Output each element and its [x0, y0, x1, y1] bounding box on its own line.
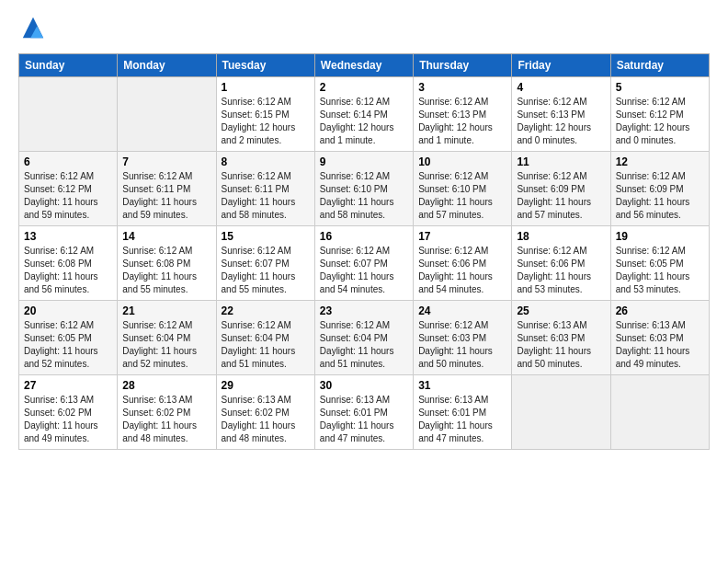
calendar-cell: 30Sunrise: 6:13 AM Sunset: 6:01 PM Dayli…: [314, 375, 413, 450]
day-number: 19: [616, 230, 704, 243]
day-info: Sunrise: 6:12 AM Sunset: 6:12 PM Dayligh…: [24, 170, 112, 222]
calendar-cell: 28Sunrise: 6:13 AM Sunset: 6:02 PM Dayli…: [118, 375, 216, 450]
day-number: 10: [418, 155, 506, 168]
calendar-cell: 26Sunrise: 6:13 AM Sunset: 6:03 PM Dayli…: [610, 301, 709, 375]
day-number: 27: [24, 379, 112, 392]
calendar-cell: 9Sunrise: 6:12 AM Sunset: 6:10 PM Daylig…: [314, 152, 413, 226]
calendar-cell: 22Sunrise: 6:12 AM Sunset: 6:04 PM Dayli…: [216, 301, 314, 375]
day-info: Sunrise: 6:12 AM Sunset: 6:08 PM Dayligh…: [122, 245, 210, 296]
calendar-cell: 21Sunrise: 6:12 AM Sunset: 6:04 PM Dayli…: [118, 301, 216, 375]
calendar-cell: 27Sunrise: 6:13 AM Sunset: 6:02 PM Dayli…: [19, 375, 118, 450]
day-number: 4: [517, 81, 605, 94]
day-number: 28: [122, 379, 210, 392]
calendar-cell: 16Sunrise: 6:12 AM Sunset: 6:07 PM Dayli…: [314, 226, 413, 301]
day-info: Sunrise: 6:13 AM Sunset: 6:01 PM Dayligh…: [418, 394, 506, 445]
day-number: 8: [222, 155, 310, 168]
day-number: 15: [222, 230, 310, 243]
day-number: 26: [616, 304, 704, 317]
calendar-cell: 2Sunrise: 6:12 AM Sunset: 6:14 PM Daylig…: [314, 77, 413, 152]
day-info: Sunrise: 6:13 AM Sunset: 6:02 PM Dayligh…: [24, 394, 112, 445]
calendar-cell: 14Sunrise: 6:12 AM Sunset: 6:08 PM Dayli…: [118, 226, 216, 301]
calendar-cell: 10Sunrise: 6:12 AM Sunset: 6:10 PM Dayli…: [414, 152, 512, 226]
calendar-cell: 5Sunrise: 6:12 AM Sunset: 6:12 PM Daylig…: [610, 77, 709, 152]
day-number: 5: [616, 81, 704, 94]
day-number: 24: [418, 304, 506, 317]
day-number: 13: [24, 230, 112, 243]
calendar-week-row: 6Sunrise: 6:12 AM Sunset: 6:12 PM Daylig…: [19, 152, 710, 226]
day-number: 29: [222, 379, 310, 392]
day-info: Sunrise: 6:12 AM Sunset: 6:05 PM Dayligh…: [24, 319, 112, 371]
day-info: Sunrise: 6:13 AM Sunset: 6:03 PM Dayligh…: [616, 319, 704, 371]
day-number: 2: [320, 81, 408, 94]
col-wednesday: Wednesday: [314, 54, 413, 77]
calendar-cell: [512, 375, 610, 450]
day-number: 20: [24, 304, 112, 317]
calendar-cell: 4Sunrise: 6:12 AM Sunset: 6:13 PM Daylig…: [512, 77, 610, 152]
calendar-week-row: 13Sunrise: 6:12 AM Sunset: 6:08 PM Dayli…: [19, 226, 710, 301]
day-info: Sunrise: 6:12 AM Sunset: 6:14 PM Dayligh…: [320, 96, 408, 147]
day-number: 3: [418, 81, 506, 94]
calendar-cell: 23Sunrise: 6:12 AM Sunset: 6:04 PM Dayli…: [314, 301, 413, 375]
col-monday: Monday: [118, 54, 216, 77]
day-number: 14: [122, 230, 210, 243]
col-saturday: Saturday: [610, 54, 709, 77]
calendar-cell: 29Sunrise: 6:13 AM Sunset: 6:02 PM Dayli…: [216, 375, 314, 450]
calendar-cell: 19Sunrise: 6:12 AM Sunset: 6:05 PM Dayli…: [610, 226, 709, 301]
day-number: 30: [320, 379, 408, 392]
calendar-cell: 24Sunrise: 6:12 AM Sunset: 6:03 PM Dayli…: [414, 301, 512, 375]
calendar-cell: 15Sunrise: 6:12 AM Sunset: 6:07 PM Dayli…: [216, 226, 314, 301]
calendar-cell: [610, 375, 709, 450]
calendar-cell: 13Sunrise: 6:12 AM Sunset: 6:08 PM Dayli…: [19, 226, 118, 301]
day-info: Sunrise: 6:12 AM Sunset: 6:06 PM Dayligh…: [418, 245, 506, 296]
day-info: Sunrise: 6:12 AM Sunset: 6:07 PM Dayligh…: [222, 245, 310, 296]
day-info: Sunrise: 6:13 AM Sunset: 6:02 PM Dayligh…: [122, 394, 210, 445]
day-number: 17: [418, 230, 506, 243]
calendar-cell: [118, 77, 216, 152]
day-number: 11: [517, 155, 605, 168]
calendar-week-row: 20Sunrise: 6:12 AM Sunset: 6:05 PM Dayli…: [19, 301, 710, 375]
day-number: 31: [418, 379, 506, 392]
calendar-cell: 18Sunrise: 6:12 AM Sunset: 6:06 PM Dayli…: [512, 226, 610, 301]
day-info: Sunrise: 6:13 AM Sunset: 6:01 PM Dayligh…: [320, 394, 408, 445]
day-number: 25: [517, 304, 605, 317]
calendar-cell: 3Sunrise: 6:12 AM Sunset: 6:13 PM Daylig…: [414, 77, 512, 152]
day-info: Sunrise: 6:12 AM Sunset: 6:10 PM Dayligh…: [418, 170, 506, 222]
calendar-cell: 20Sunrise: 6:12 AM Sunset: 6:05 PM Dayli…: [19, 301, 118, 375]
day-info: Sunrise: 6:12 AM Sunset: 6:10 PM Dayligh…: [320, 170, 408, 222]
calendar-cell: 8Sunrise: 6:12 AM Sunset: 6:11 PM Daylig…: [216, 152, 314, 226]
calendar-table: Sunday Monday Tuesday Wednesday Thursday…: [18, 53, 710, 450]
day-info: Sunrise: 6:12 AM Sunset: 6:13 PM Dayligh…: [418, 96, 506, 147]
day-info: Sunrise: 6:12 AM Sunset: 6:07 PM Dayligh…: [320, 245, 408, 296]
calendar-header-row: Sunday Monday Tuesday Wednesday Thursday…: [19, 54, 710, 77]
day-info: Sunrise: 6:12 AM Sunset: 6:04 PM Dayligh…: [122, 319, 210, 371]
day-number: 12: [616, 155, 704, 168]
day-number: 18: [517, 230, 605, 243]
day-number: 1: [222, 81, 310, 94]
logo-icon: [20, 15, 46, 40]
day-info: Sunrise: 6:12 AM Sunset: 6:03 PM Dayligh…: [418, 319, 506, 371]
day-number: 7: [122, 155, 210, 168]
day-number: 22: [222, 304, 310, 317]
calendar-cell: 12Sunrise: 6:12 AM Sunset: 6:09 PM Dayli…: [610, 152, 709, 226]
day-number: 21: [122, 304, 210, 317]
day-number: 16: [320, 230, 408, 243]
day-info: Sunrise: 6:13 AM Sunset: 6:02 PM Dayligh…: [222, 394, 310, 445]
day-info: Sunrise: 6:12 AM Sunset: 6:13 PM Dayligh…: [517, 96, 605, 147]
calendar-cell: 1Sunrise: 6:12 AM Sunset: 6:15 PM Daylig…: [216, 77, 314, 152]
col-tuesday: Tuesday: [216, 54, 314, 77]
calendar-cell: 11Sunrise: 6:12 AM Sunset: 6:09 PM Dayli…: [512, 152, 610, 226]
day-info: Sunrise: 6:13 AM Sunset: 6:03 PM Dayligh…: [517, 319, 605, 371]
day-info: Sunrise: 6:12 AM Sunset: 6:11 PM Dayligh…: [122, 170, 210, 222]
col-thursday: Thursday: [414, 54, 512, 77]
page: Sunday Monday Tuesday Wednesday Thursday…: [0, 0, 728, 563]
day-info: Sunrise: 6:12 AM Sunset: 6:12 PM Dayligh…: [616, 96, 704, 147]
day-info: Sunrise: 6:12 AM Sunset: 6:09 PM Dayligh…: [616, 170, 704, 222]
day-info: Sunrise: 6:12 AM Sunset: 6:04 PM Dayligh…: [320, 319, 408, 371]
calendar-week-row: 1Sunrise: 6:12 AM Sunset: 6:15 PM Daylig…: [19, 77, 710, 152]
calendar-cell: 25Sunrise: 6:13 AM Sunset: 6:03 PM Dayli…: [512, 301, 610, 375]
logo: [18, 15, 48, 44]
day-info: Sunrise: 6:12 AM Sunset: 6:15 PM Dayligh…: [222, 96, 310, 147]
day-info: Sunrise: 6:12 AM Sunset: 6:06 PM Dayligh…: [517, 245, 605, 296]
calendar-cell: 31Sunrise: 6:13 AM Sunset: 6:01 PM Dayli…: [414, 375, 512, 450]
day-number: 23: [320, 304, 408, 317]
